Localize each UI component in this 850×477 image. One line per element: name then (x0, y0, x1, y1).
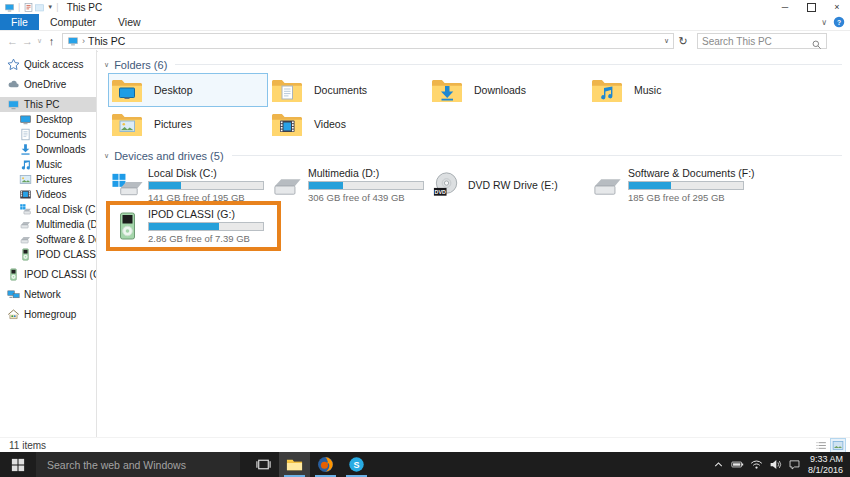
sidebar-item-label: OneDrive (24, 79, 66, 90)
folder-name: Documents (314, 84, 367, 96)
sidebar-item-network[interactable]: Network (0, 287, 96, 302)
taskbar-app-task-view[interactable] (248, 452, 279, 477)
hidden-icons-icon[interactable] (712, 458, 725, 471)
minimize-button[interactable]: ─ (772, 0, 798, 14)
window-title: This PC (67, 2, 103, 13)
file-explorer-window: | ▼ | This PC ─ × File Computer View ∨ ?… (0, 0, 850, 452)
refresh-button[interactable]: ↻ (674, 35, 692, 48)
breadcrumb[interactable]: This PC (88, 35, 125, 47)
windows-logo-icon (11, 458, 25, 472)
folder-tile-videos[interactable]: Videos (268, 107, 428, 141)
group-header-folders-6[interactable]: ∨Folders (6) (104, 58, 842, 71)
tab-file[interactable]: File (0, 14, 39, 30)
desktop-icon (19, 113, 32, 126)
sidebar-item-ipod-classi-g[interactable]: IPOD CLASSI (G:) (0, 247, 96, 262)
download-icon (19, 143, 32, 156)
search-input[interactable]: Search This PC (697, 33, 827, 49)
properties-icon[interactable] (23, 2, 34, 13)
sidebar-item-documents[interactable]: Documents (0, 127, 96, 142)
sidebar-item-ipod-classi-g[interactable]: IPOD CLASSI (G:) (0, 267, 96, 282)
forward-button[interactable]: → (20, 35, 35, 47)
address-dropdown-chevron-icon[interactable]: ∨ (664, 37, 669, 45)
sidebar-item-label: Pictures (36, 174, 72, 185)
sidebar-item-multimedia-d[interactable]: Multimedia (D:) (0, 217, 96, 232)
folder-tile-desktop[interactable]: Desktop (108, 73, 268, 107)
drive-windows-icon (111, 171, 144, 199)
folder-name: Downloads (474, 84, 526, 96)
capacity-bar (628, 181, 744, 190)
sidebar-item-desktop[interactable]: Desktop (0, 112, 96, 127)
picture-icon (19, 173, 32, 186)
file-area: ∨Folders (6)DesktopDocumentsDownloadsMus… (98, 50, 850, 437)
drive-info: Software & Documents (F:)185 GB free of … (628, 167, 755, 203)
drive-name: Software & Documents (F:) (628, 167, 755, 179)
recent-locations-chevron-icon[interactable]: ∨ (35, 37, 44, 45)
wifi-icon[interactable] (750, 458, 763, 471)
search-placeholder: Search This PC (702, 36, 811, 47)
address-input[interactable]: › This PC ∨ (62, 33, 674, 49)
drive-tile-local-disk-c[interactable]: Local Disk (C:)141 GB free of 195 GB (108, 164, 268, 205)
folder-tile-downloads[interactable]: Downloads (428, 73, 588, 107)
drive-tile-software-documents-f[interactable]: Software & Documents (F:)185 GB free of … (588, 164, 748, 205)
folder-videos-icon (271, 111, 303, 138)
sidebar-item-homegroup[interactable]: Homegroup (0, 307, 96, 322)
file-explorer-icon (286, 456, 303, 473)
taskbar-app-skype[interactable]: S (341, 452, 372, 477)
help-icon[interactable]: ? (833, 16, 845, 28)
folder-downloads-icon (431, 77, 463, 104)
new-folder-icon[interactable] (34, 2, 45, 13)
taskbar-clock[interactable]: 9:33 AM 8/1/2016 (808, 454, 843, 475)
action-center-icon[interactable] (788, 458, 801, 471)
close-button[interactable]: × (824, 0, 850, 14)
back-button[interactable]: ← (5, 35, 20, 47)
drive-tile-dvd-rw-drive-e[interactable]: DVDDVD RW Drive (E:) (428, 164, 588, 205)
sidebar-item-software-docum[interactable]: Software & Docum (0, 232, 96, 247)
folder-documents-icon (271, 77, 303, 104)
taskbar-search-input[interactable]: Search the web and Windows (36, 452, 240, 477)
group-header-devices-and-drives-5[interactable]: ∨Devices and drives (5) (104, 149, 842, 162)
drive-icon (271, 171, 304, 199)
sidebar-item-local-disk-c[interactable]: Local Disk (C:) (0, 202, 96, 217)
tab-view[interactable]: View (107, 14, 152, 30)
sidebar-item-label: Network (24, 289, 61, 300)
sidebar-item-pictures[interactable]: Pictures (0, 172, 96, 187)
up-button[interactable]: ↑ (44, 35, 59, 47)
sidebar-item-music[interactable]: Music (0, 157, 96, 172)
taskbar-app-file-explorer[interactable] (279, 452, 310, 477)
folder-tile-music[interactable]: Music (588, 73, 748, 107)
sidebar-item-downloads[interactable]: Downloads (0, 142, 96, 157)
system-tray: 9:33 AM 8/1/2016 (709, 452, 850, 477)
folder-tile-documents[interactable]: Documents (268, 73, 428, 107)
customize-toolbar-chevron-icon[interactable]: ▼ (47, 4, 53, 10)
taskbar-app-firefox[interactable] (310, 452, 341, 477)
maximize-button[interactable] (798, 0, 824, 14)
drive-tile-multimedia-d[interactable]: Multimedia (D:)306 GB free of 439 GB (268, 164, 428, 205)
sidebar-item-this-pc[interactable]: This PC (0, 97, 96, 112)
drive-name: DVD RW Drive (E:) (468, 179, 558, 191)
folder-tile-pictures[interactable]: Pictures (108, 107, 268, 141)
start-button[interactable] (0, 452, 36, 477)
window-controls: ─ × (772, 0, 850, 14)
tab-computer[interactable]: Computer (39, 14, 107, 30)
group-rule (232, 155, 842, 156)
capacity-bar-fill (309, 182, 343, 189)
sidebar-item-label: Local Disk (C:) (36, 204, 96, 215)
drive-name: Multimedia (D:) (308, 167, 424, 179)
sidebar-item-label: Homegroup (24, 309, 76, 320)
large-icons-view-button[interactable] (831, 439, 845, 452)
drive-info: DVD RW Drive (E:) (468, 179, 558, 191)
battery-icon[interactable] (731, 458, 744, 471)
homegroup-icon (7, 308, 20, 321)
details-view-button[interactable] (814, 439, 828, 452)
drive-icon (591, 171, 624, 199)
expand-ribbon-chevron-icon[interactable]: ∨ (821, 18, 827, 27)
folders-tiles: DesktopDocumentsDownloadsMusicPicturesVi… (108, 73, 756, 141)
sidebar-item-onedrive[interactable]: OneDrive (0, 77, 96, 92)
quick-access-toolbar: | ▼ | (4, 2, 62, 13)
volume-icon[interactable] (769, 458, 782, 471)
folder-name: Videos (314, 118, 346, 130)
taskbar: Search the web and Windows S 9:33 AM 8/1… (0, 452, 850, 477)
drive-tile-ipod-classi-g[interactable]: IPOD CLASSI (G:)2.86 GB free of 7.39 GB (108, 205, 268, 246)
sidebar-item-videos[interactable]: Videos (0, 187, 96, 202)
sidebar-item-quick-access[interactable]: Quick access (0, 57, 96, 72)
